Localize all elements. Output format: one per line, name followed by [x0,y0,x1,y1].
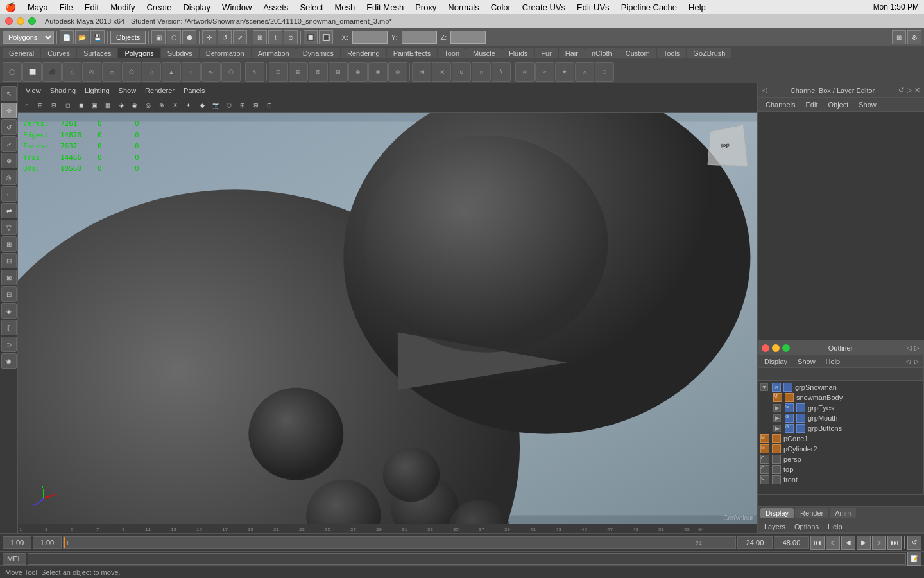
objects-button[interactable]: Objects [110,31,146,44]
tab-subdivs[interactable]: Subdivs [161,48,199,58]
outliner-expand-right[interactable]: ▷ [914,344,920,351]
tab-ncloth[interactable]: nCloth [585,48,619,58]
tree-item-front[interactable]: C front [758,475,923,485]
tab-rendering[interactable]: Rendering [341,48,386,58]
shelf-helix[interactable]: ∿ [201,62,221,82]
script-editor-btn[interactable]: 📝 [907,552,921,566]
tree-item-pCone1[interactable]: M pCone1 [758,434,923,444]
shelf-disk[interactable]: ⬡ [122,62,141,82]
playback-end-field[interactable] [33,536,62,549]
menu-edit-uvs[interactable]: Edit UVs [572,1,615,13]
vp-highlight-btn[interactable]: ◉ [128,99,141,112]
play-back-btn[interactable]: ◀ [841,536,855,550]
tree-item-grpEyes[interactable]: ▶ G grpEyes [758,403,923,413]
tool-show-manip[interactable]: ↔ [1,186,17,202]
snap-point-btn[interactable]: ⊙ [284,30,298,44]
outliner-menu-display[interactable]: Display [760,357,791,366]
menu-edit-mesh[interactable]: Edit Mesh [361,1,409,13]
layout-btn[interactable]: ⊞ [892,30,906,44]
outliner-menu-show[interactable]: Show [794,357,819,366]
tree-item-grpMouth[interactable]: ▶ G grpMouth [758,413,923,423]
mel-input[interactable] [28,553,906,565]
tab-gozbrush[interactable]: GoZBrush [687,48,732,58]
shelf-torus[interactable]: ◎ [82,62,101,82]
cb-lock-btn[interactable]: ↺ [898,86,904,94]
rotate-btn[interactable]: ↺ [218,30,232,44]
playback-start-field[interactable] [3,536,31,549]
cb-expand-btn[interactable]: ▷ [907,86,912,94]
vp-ambient-btn[interactable]: ☀ [169,99,182,112]
vp-isolate-btn[interactable]: ◎ [142,99,155,112]
vp-color-btn[interactable]: ⊕ [155,99,168,112]
outliner-expand-left[interactable]: ◁ [907,344,912,351]
tree-item-grpButtons[interactable]: ▶ G grpButtons [758,423,923,434]
expand-grpSnowman[interactable]: ▼ [760,383,768,391]
cb-close-btn[interactable]: ✕ [914,86,920,94]
shelf-pipe[interactable]: ○ [182,62,201,82]
menu-edit[interactable]: Edit [80,1,104,13]
tab-fluids[interactable]: Fluids [502,48,534,58]
outliner-right-btn[interactable]: ▷ [913,358,921,365]
cb-tab-show[interactable]: Show [855,100,880,109]
cb-tab-edit[interactable]: Edit [801,100,821,109]
menu-create-uvs[interactable]: Create UVs [517,1,570,13]
shelf-bool-inter[interactable]: ∖ [492,62,511,82]
tool-move[interactable]: ✛ [1,103,17,118]
tool-paint[interactable]: ▽ [1,220,17,235]
expand-grpButtons[interactable]: ▶ [773,425,781,432]
close-button[interactable] [5,17,13,25]
range-end-field[interactable] [737,536,773,549]
tool-set-key[interactable]: ⊟ [1,253,17,268]
menu-maya[interactable]: Maya [22,1,53,13]
layers-tab-help[interactable]: Help [824,522,846,531]
menu-help[interactable]: Help [683,1,711,13]
move-btn[interactable]: ✛ [202,30,216,44]
vp-wireframe-btn[interactable]: ◻ [61,99,74,112]
snap-grid-btn[interactable]: ⊞ [253,30,267,44]
menu-normals[interactable]: Normals [443,1,484,13]
tool-playblast[interactable]: ◉ [1,353,17,369]
outliner-min-btn[interactable] [772,344,780,352]
z-input[interactable] [450,31,486,44]
shelf-bridge[interactable]: ⊞ [289,62,308,82]
expand-grpMouth[interactable]: ▶ [773,414,781,422]
lasso-btn[interactable]: ⬡ [167,30,181,44]
loop-btn[interactable]: ↺ [907,536,921,550]
next-frame-btn[interactable]: ⏭ [887,536,902,550]
tree-item-pCylinder2[interactable]: M pCylinder2 [758,444,923,454]
shelf-cone[interactable]: △ [62,62,81,82]
vp-menu-view[interactable]: View [22,86,45,95]
tool-in-tangent[interactable]: ⊡ [1,286,17,302]
cb-collapse-btn[interactable]: ◁ [762,86,767,94]
shelf-insert[interactable]: ⊗ [368,62,388,82]
tool-out-tangent[interactable]: ◈ [1,303,17,319]
vp-grid-btn[interactable]: ⊟ [47,99,60,112]
shelf-sphere[interactable]: ◯ [3,62,22,82]
menu-proxy[interactable]: Proxy [410,1,441,13]
vp-camera-btn[interactable]: 📷 [209,99,222,112]
layers-tab-layers[interactable]: Layers [760,522,789,531]
shelf-bool-union[interactable]: ∪ [452,62,471,82]
vp-menu-lighting[interactable]: Lighting [81,86,114,95]
shelf-soccer[interactable]: ⬡ [221,62,241,82]
shelf-cube[interactable]: ⬜ [22,62,42,82]
tool-lasso[interactable]: ⇄ [1,203,17,218]
tree-item-grpSnowman[interactable]: ▼ G grpSnowman [758,382,923,392]
menu-create[interactable]: Create [141,1,176,13]
vp-resolution-btn[interactable]: ⊞ [236,99,249,112]
shelf-select[interactable]: ↖ [245,62,264,82]
cb-tab-display[interactable]: Display [760,508,794,518]
shelf-average[interactable]: ≈ [535,62,554,82]
x-input[interactable] [352,31,388,44]
tab-deformation[interactable]: Deformation [200,48,251,58]
menu-window[interactable]: Window [217,1,257,13]
menu-file[interactable]: File [55,1,78,13]
total-end-field[interactable] [774,536,809,549]
menu-display[interactable]: Display [178,1,216,13]
shelf-cleanup[interactable]: ✦ [555,62,574,82]
shelf-pyramid[interactable]: ▲ [162,62,181,82]
cb-tab-channels[interactable]: Channels [762,100,799,109]
tool-playback[interactable]: ⊃ [1,337,17,352]
tab-general[interactable]: General [3,48,40,58]
menu-select[interactable]: Select [295,1,328,13]
